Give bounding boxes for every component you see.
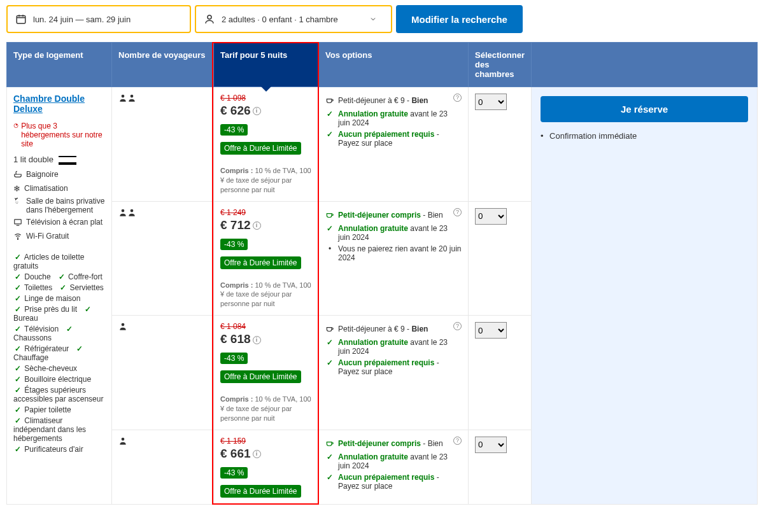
amenity-row: ✓ Étages supérieurs accessibles par asce…: [13, 386, 105, 403]
modify-search-button[interactable]: Modifier la recherche: [396, 5, 523, 33]
facility-label: Baignoire: [26, 170, 59, 179]
room-quantity-select[interactable]: 0: [475, 437, 507, 453]
price-cell: € 1 159 € 661i -43 % Offre à Durée Limit…: [214, 430, 319, 504]
policy-option: ✓Annulation gratuite avant le 23 juin 20…: [325, 224, 462, 242]
policy-option: ✓Annulation gratuite avant le 23 juin 20…: [325, 452, 462, 470]
svg-point-5: [122, 95, 125, 98]
person-icon: [204, 13, 215, 25]
guest-count-icon: [118, 437, 127, 447]
guests-field[interactable]: 2 adultes · 0 enfant · 1 chambre: [195, 5, 392, 33]
amenity-row: ✓ Climatiseur indépendant dans les héber…: [13, 416, 105, 443]
limited-offer-badge: Offre à Durée Limitée: [220, 256, 301, 269]
svg-point-8: [131, 209, 134, 212]
policy-option: ✓Annulation gratuite avant le 23 juin 20…: [325, 109, 462, 127]
svg-rect-3: [15, 219, 22, 223]
breakfast-option: Petit-déjeuner à € 9 - Bien: [325, 325, 451, 335]
bath-icon: [13, 170, 22, 181]
info-icon[interactable]: i: [253, 336, 261, 344]
svg-point-1: [208, 15, 211, 19]
info-icon[interactable]: i: [253, 450, 261, 458]
breakfast-option: Petit-déjeuner compris - Bien: [325, 439, 451, 450]
chevron-down-icon: [369, 15, 377, 23]
info-icon[interactable]: i: [253, 107, 261, 115]
amenity-row: ✓ Réfrigérateur ✓ Chauffage: [13, 344, 105, 362]
svg-point-4: [17, 239, 18, 239]
wifi-icon: [13, 232, 22, 242]
cup-icon: [325, 439, 334, 450]
options-cell: ?Petit-déjeuner à € 9 - Bien✓Annulation …: [319, 87, 469, 202]
original-price: € 1 084: [220, 322, 312, 331]
limited-offer-badge: Offre à Durée Limitée: [220, 370, 301, 383]
price: € 626i: [220, 104, 312, 118]
confirmation-text: Confirmation immédiate: [541, 131, 748, 141]
discount-badge: -43 %: [220, 467, 248, 479]
room-quantity-select[interactable]: 0: [475, 322, 507, 339]
select-cell: 0: [469, 87, 532, 202]
guests-cell: [112, 201, 214, 316]
facility-item: Baignoire: [13, 170, 105, 181]
room-type-link[interactable]: Chambre Double Deluxe: [13, 94, 105, 114]
policy-option: ✓Aucun prépaiement requis - Payez sur pl…: [325, 358, 462, 376]
original-price: € 1 159: [220, 437, 312, 445]
select-cell: 0: [469, 430, 532, 504]
limited-offer-badge: Offre à Durée Limitée: [220, 142, 301, 155]
limited-offer-badge: Offre à Durée Limitée: [220, 485, 301, 498]
amenity-row: ✓ Papier toilette: [13, 405, 105, 414]
offer-row: Chambre Double Deluxe Plus que 3 héberge…: [7, 87, 758, 202]
guest-count-icon: [118, 208, 136, 219]
reserve-button[interactable]: Je réserve: [541, 96, 748, 122]
header-reserve: [532, 43, 758, 87]
amenity-row: ✓ Télévision ✓ Chaussons: [13, 325, 105, 342]
breakfast-option: Petit-déjeuner à € 9 - Bien: [325, 96, 451, 107]
guests-cell: [112, 430, 214, 504]
info-icon[interactable]: ?: [453, 208, 462, 216]
cup-icon: [325, 96, 334, 107]
facility-item: Salle de bains privative dans l'hébergem…: [13, 197, 105, 214]
policy-option: ✓Annulation gratuite avant le 23 juin 20…: [325, 338, 462, 356]
facility-item: Wi-Fi Gratuit: [13, 232, 105, 242]
ac-icon: ❄: [13, 184, 20, 193]
policy-option: ✓Aucun prépaiement requis - Payez sur pl…: [325, 473, 462, 491]
room-quantity-select[interactable]: 0: [475, 208, 507, 225]
price: € 712i: [220, 218, 312, 232]
room-quantity-select[interactable]: 0: [475, 94, 507, 110]
svg-point-10: [122, 437, 125, 440]
info-icon[interactable]: ?: [453, 437, 462, 445]
price: € 618i: [220, 332, 312, 346]
discount-badge: -43 %: [220, 124, 248, 136]
cup-icon: [325, 325, 334, 335]
header-type: Type de logement: [7, 43, 112, 87]
info-icon[interactable]: i: [253, 221, 261, 230]
includes-text: Compris : 10 % de TVA, 100 ¥ de taxe de …: [220, 281, 312, 309]
amenity-row: ✓ Purificateurs d'air: [13, 445, 105, 454]
options-cell: ?Petit-déjeuner à € 9 - Bien✓Annulation …: [319, 316, 469, 430]
bullet-icon: •: [325, 244, 334, 253]
amenity-row: ✓ Bouilloire électrique: [13, 375, 105, 384]
svg-point-7: [122, 209, 125, 212]
facility-label: Climatisation: [24, 184, 68, 193]
guest-count-icon: [118, 94, 136, 104]
dates-text: lun. 24 juin — sam. 29 juin: [33, 15, 131, 24]
header-guests: Nombre de voyageurs: [112, 43, 214, 87]
breakfast-option: Petit-déjeuner compris - Bien: [325, 211, 451, 221]
discount-badge: -43 %: [220, 239, 248, 250]
check-icon: ✓: [325, 473, 334, 482]
amenity-row: ✓ Sèche-cheveux: [13, 364, 105, 373]
info-icon[interactable]: ?: [453, 94, 462, 102]
info-icon[interactable]: ?: [453, 322, 462, 330]
check-icon: ✓: [325, 358, 334, 367]
tv-icon: [13, 218, 22, 228]
check-icon: ✓: [325, 130, 334, 139]
header-options: Vos options: [319, 43, 469, 87]
includes-text: Compris : 10 % de TVA, 100 ¥ de taxe de …: [220, 166, 312, 195]
search-bar: lun. 24 juin — sam. 29 juin 2 adultes · …: [6, 5, 758, 33]
dates-field[interactable]: lun. 24 juin — sam. 29 juin: [6, 5, 191, 33]
cup-icon: [325, 211, 334, 221]
amenity-row: ✓ Articles de toilette gratuits: [13, 253, 105, 270]
amenity-row: ✓ Douche ✓ Coffre-fort: [13, 272, 105, 281]
header-price[interactable]: Tarif pour 5 nuits: [214, 43, 319, 87]
facility-item: ❄Climatisation: [13, 184, 105, 193]
includes-text: Compris : 10 % de TVA, 100 ¥ de taxe de …: [220, 395, 312, 423]
bed-config: 1 lit double: [13, 155, 105, 165]
shower-icon: [13, 197, 22, 207]
